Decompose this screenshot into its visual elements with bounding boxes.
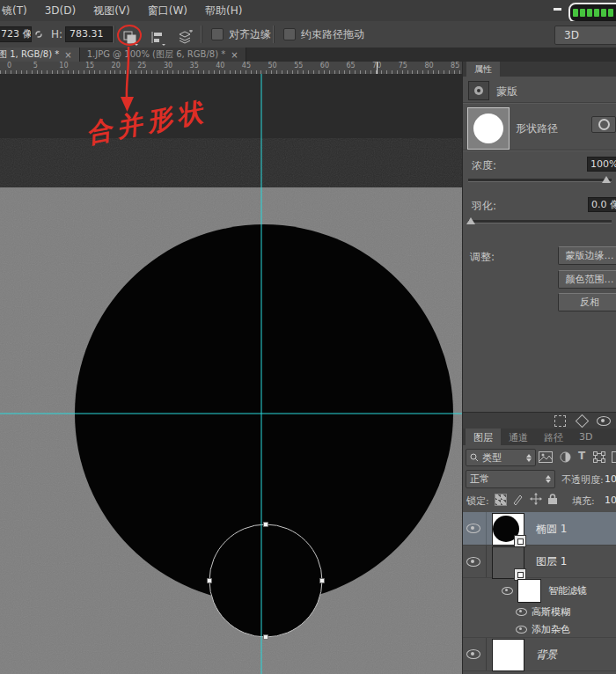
opacity-label: 不透明度: (561, 473, 604, 487)
layer-name[interactable]: 背景 (536, 648, 557, 663)
path-alignment-button[interactable] (148, 25, 168, 48)
ruler-cursor-indicator (377, 62, 378, 74)
blend-mode-dropdown[interactable]: 正常 (466, 470, 555, 488)
mask-indicator-icon (468, 81, 489, 100)
ruler-number: 85 (451, 62, 459, 70)
menu-help[interactable]: 帮助(H) (196, 4, 251, 18)
divider (463, 150, 616, 151)
ruler-number: 50 (268, 62, 277, 70)
menu-3d[interactable]: 3D(D) (36, 4, 84, 17)
anchor-point-bottom[interactable] (264, 635, 268, 640)
menu-window[interactable]: 窗口(W) (139, 4, 196, 18)
mask-visibility-eye-icon[interactable] (597, 416, 611, 426)
smart-filter-thumbnail[interactable] (517, 579, 541, 603)
properties-footer (463, 412, 616, 429)
density-slider-thumb[interactable] (602, 176, 611, 183)
layers-tab-bar: 图层 通道 路径 3D (463, 429, 616, 445)
filter-add-noise-row[interactable]: 添加杂色 (463, 620, 616, 638)
lock-label: 锁定: (466, 495, 489, 508)
filter-type-layers-icon[interactable]: T (578, 450, 585, 462)
lock-position-icon[interactable] (530, 493, 542, 505)
horizontal-ruler[interactable]: 0510152025303540455055606570758085 (0, 62, 462, 75)
filter-smart-objects-icon[interactable] (612, 451, 616, 463)
layer-thumbnail[interactable] (492, 513, 524, 546)
layer-row-ellipse-1[interactable]: 椭圆 1 (463, 512, 616, 546)
load-selection-icon[interactable] (554, 415, 566, 427)
layer-row-background[interactable]: 背景 (463, 638, 616, 671)
shape-path-thumbnail[interactable] (467, 107, 510, 150)
visibility-eye-icon[interactable] (502, 587, 513, 595)
link-dimensions-icon[interactable] (32, 21, 46, 48)
lock-pixels-icon[interactable] (512, 493, 524, 505)
small-ellipse-shape[interactable] (209, 524, 322, 637)
density-value-field[interactable]: 100% (587, 157, 616, 172)
menu-filter[interactable]: 镜(T) (0, 4, 36, 18)
path-operations-button[interactable] (121, 25, 141, 48)
close-tab-icon[interactable]: × (64, 50, 71, 60)
feather-label: 羽化: (472, 199, 496, 214)
anchor-point-top[interactable] (264, 523, 268, 527)
tab-channels[interactable]: 通道 (501, 429, 536, 445)
color-range-button[interactable]: 颜色范围… (558, 270, 616, 289)
workspace-3d-button[interactable]: 3D (554, 26, 616, 45)
filter-name[interactable]: 高斯模糊 (532, 605, 570, 619)
layer-row-layer-1[interactable]: 图层 1 (463, 546, 616, 578)
document-tab-1[interactable]: 图 1, RGB/8) * × (0, 48, 80, 62)
photoshop-window: 镜(T) 3D(D) 视图(V) 窗口(W) 帮助(H) 723 像 H: 78… (0, 0, 616, 674)
separator (201, 26, 202, 43)
menu-view[interactable]: 视图(V) (84, 4, 139, 18)
anchor-point-right[interactable] (320, 579, 325, 583)
fill-value[interactable]: 100% (605, 495, 616, 506)
feather-slider-thumb[interactable] (466, 217, 475, 224)
anchor-point-left[interactable] (208, 579, 212, 583)
close-tab-icon[interactable]: × (231, 50, 238, 60)
path-arrangement-button[interactable] (174, 25, 195, 48)
lock-transparency-icon[interactable] (495, 494, 507, 506)
filter-name[interactable]: 添加杂色 (532, 623, 570, 636)
filter-adjustment-layers-icon[interactable] (560, 451, 571, 463)
height-value-field[interactable]: 783.31 (65, 26, 113, 42)
smart-filters-label[interactable]: 智能滤镜 (548, 584, 587, 597)
tab-properties[interactable]: 属性 (466, 62, 500, 77)
invert-button[interactable]: 反相 (558, 293, 616, 311)
document-tab-2[interactable]: 1.JPG @ 100% (图层 6, RGB/8) * × (80, 48, 246, 62)
visibility-eye-icon[interactable] (466, 649, 480, 659)
visibility-eye-icon[interactable] (466, 524, 480, 533)
layer-thumbnail[interactable] (492, 546, 524, 579)
feather-slider[interactable] (468, 220, 612, 223)
filter-gaussian-blur-row[interactable]: 高斯模糊 (463, 603, 616, 619)
visibility-eye-icon[interactable] (516, 608, 527, 616)
align-edges-checkbox[interactable] (211, 28, 224, 40)
density-slider[interactable] (468, 179, 612, 182)
visibility-eye-icon[interactable] (516, 626, 527, 634)
opacity-value[interactable]: 100% (605, 473, 616, 485)
battery-indicator-icon (568, 3, 616, 23)
width-value-field[interactable]: 723 像 (0, 26, 32, 42)
visibility-eye-icon[interactable] (466, 557, 480, 567)
feather-value-field[interactable]: 0.0 像素 (588, 197, 616, 212)
constrain-path-drag-checkbox[interactable] (283, 28, 296, 40)
ruler-number: 20 (112, 62, 121, 70)
tab-layers[interactable]: 图层 (466, 429, 501, 445)
add-mask-button[interactable] (591, 116, 616, 133)
filter-pixel-layers-icon[interactable] (539, 451, 553, 463)
lock-all-icon[interactable] (547, 493, 558, 505)
layer-name[interactable]: 椭圆 1 (536, 522, 567, 537)
ruler-number: 65 (346, 62, 355, 70)
mask-edge-button[interactable]: 蒙版边缘… (558, 246, 616, 265)
smart-filters-row[interactable]: 智能滤镜 (463, 578, 616, 602)
canvas-area[interactable] (0, 74, 462, 674)
tab-3d[interactable]: 3D (571, 429, 600, 445)
layer-filter-type-dropdown[interactable]: 类型 (466, 449, 536, 466)
layer-thumbnail[interactable] (492, 639, 524, 671)
filter-shape-layers-icon[interactable] (593, 451, 605, 463)
layer-name[interactable]: 图层 1 (536, 554, 567, 569)
density-label: 浓度: (472, 158, 496, 173)
shape-thumbnail-circle (473, 114, 503, 143)
ruler-number: 45 (242, 62, 251, 70)
apply-mask-icon[interactable] (576, 414, 590, 429)
ruler-number: 5 (33, 62, 38, 70)
shape-path-label: 形状路径 (516, 121, 558, 136)
tab-paths[interactable]: 路径 (536, 429, 571, 445)
pasteboard (0, 74, 462, 187)
